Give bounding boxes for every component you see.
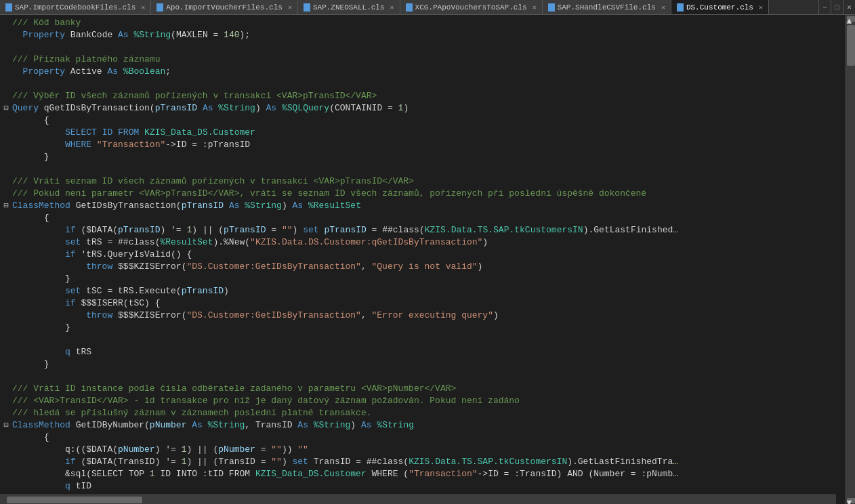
code-line: ⊟ ClassMethod GetIDsByTransaction(pTrans… <box>0 201 846 213</box>
code-line: if ($DATA(pTransID) '= 1) || (pTransID =… <box>0 225 846 237</box>
code-line: /// Pokud není parametr <VAR>pTransID</V… <box>0 188 846 201</box>
tab-close-4[interactable]: ✕ <box>533 3 537 12</box>
tab-close-3[interactable]: ✕ <box>390 3 394 12</box>
code-line: /// Výběr ID všech záznamů pořízených v … <box>0 91 846 103</box>
code-line: throw $$$KZISError("DS.Customer:GetIDsBy… <box>0 261 846 274</box>
code-line: throw $$$KZISError("DS.Customer:GetIDsBy… <box>0 310 846 322</box>
tab-1[interactable]: SAP.ImportCodebookFiles.cls ✕ <box>0 0 151 14</box>
code-line: q tID <box>0 481 846 493</box>
code-line: { <box>0 115 846 127</box>
fold-icon-3[interactable]: ⊟ <box>0 420 12 430</box>
code-line: &sql(SELECT TOP 1 ID INTO :tID FROM KZIS… <box>0 469 846 481</box>
tab-bar: SAP.ImportCodebookFiles.cls ✕ Apo.Import… <box>0 0 855 15</box>
code-line: } <box>0 359 846 371</box>
scrollbar-arrow-up[interactable]: ▲ <box>847 16 855 22</box>
code-line: { <box>0 213 846 225</box>
code-line: /// hledá se příslušný záznam v záznamec… <box>0 408 846 420</box>
code-line: if ($DATA(TransID) '= 1) || (TransID = "… <box>0 457 846 469</box>
code-line <box>0 164 846 176</box>
file-icon-2 <box>157 3 163 12</box>
tab-2[interactable]: Apo.ImportVoucherFiles.cls ✕ <box>151 0 298 14</box>
fold-icon-2[interactable]: ⊟ <box>0 201 12 211</box>
close-button[interactable]: ✕ <box>843 0 855 15</box>
code-line: q:(($DATA(pNumber) '= 1) || (pNumber = "… <box>0 444 846 457</box>
code-line: } <box>0 274 846 286</box>
file-icon-1 <box>5 3 12 12</box>
code-line: /// Vrátí ID instance podle čísla odběra… <box>0 383 846 396</box>
tab-close-6[interactable]: ✕ <box>759 3 763 12</box>
code-line: if $$$ISERR(tSC) { <box>0 298 846 310</box>
code-line: ⊟ Query qGetIDsByTransaction(pTransID As… <box>0 103 846 115</box>
window-controls: − □ ✕ <box>818 0 855 14</box>
editor-main: /// Kód banky Property BankCode As %Stri… <box>0 15 846 504</box>
code-line <box>0 335 846 347</box>
code-line <box>0 42 846 54</box>
code-line: /// Vrátí seznam ID všech záznamů poříze… <box>0 176 846 188</box>
code-line: { <box>0 432 846 444</box>
tab-3[interactable]: SAP.ZNEOSALL.cls ✕ <box>298 0 400 14</box>
code-line: /// <VAR>TransID</VAR> - id transakce pr… <box>0 396 846 408</box>
code-line: /// Příznak platného záznamu <box>0 54 846 66</box>
tab-5[interactable]: SAP.SHandleCSVFile.cls ✕ <box>543 0 671 14</box>
vertical-scrollbar[interactable]: ▲ ▼ <box>846 15 855 504</box>
scrollbar-thumb-vertical <box>847 25 855 66</box>
code-line: WHERE "Transaction"->ID = :pTransID <box>0 140 846 152</box>
code-line: Property Active As %Boolean; <box>0 66 846 79</box>
code-line: SELECT ID FROM KZIS_Data_DS.Customer <box>0 127 846 140</box>
file-icon-4 <box>406 3 413 12</box>
code-line: q tRS <box>0 347 846 359</box>
tab-6[interactable]: DS.Customer.cls ✕ <box>671 0 769 14</box>
scrollbar-arrow-down[interactable]: ▼ <box>847 498 855 503</box>
editor-container: /// Kód banky Property BankCode As %Stri… <box>0 15 855 504</box>
file-icon-5 <box>548 3 555 12</box>
code-line <box>0 371 846 383</box>
file-icon-3 <box>304 3 310 12</box>
tab-close-5[interactable]: ✕ <box>661 3 665 12</box>
code-line: } <box>0 152 846 164</box>
code-line <box>0 79 846 91</box>
minimize-button[interactable]: − <box>818 0 831 15</box>
code-line: set tSC = tRS.Execute(pTransID) <box>0 286 846 298</box>
horizontal-scrollbar[interactable] <box>0 495 836 504</box>
code-line: } <box>0 322 846 335</box>
code-line: ⊟ ClassMethod GetIDByNumber(pNumber As %… <box>0 420 846 432</box>
code-line: Property BankCode As %String(MAXLEN = 14… <box>0 30 846 42</box>
scrollbar-thumb-horizontal <box>7 497 142 503</box>
code-line: /// Kód banky <box>0 18 846 30</box>
fold-icon[interactable]: ⊟ <box>0 103 12 113</box>
code-line: set tRS = ##class(%ResultSet).%New("KZIS… <box>0 237 846 249</box>
maximize-button[interactable]: □ <box>831 0 843 15</box>
code-area: /// Kód banky Property BankCode As %Stri… <box>0 15 846 504</box>
code-line: if 'tRS.QueryIsValid() { <box>0 249 846 261</box>
tab-4[interactable]: XCG.PApoVouchersToSAP.cls ✕ <box>400 0 543 14</box>
tab-close-2[interactable]: ✕ <box>288 3 292 12</box>
tab-close-1[interactable]: ✕ <box>141 3 145 12</box>
file-icon-6 <box>677 3 684 12</box>
